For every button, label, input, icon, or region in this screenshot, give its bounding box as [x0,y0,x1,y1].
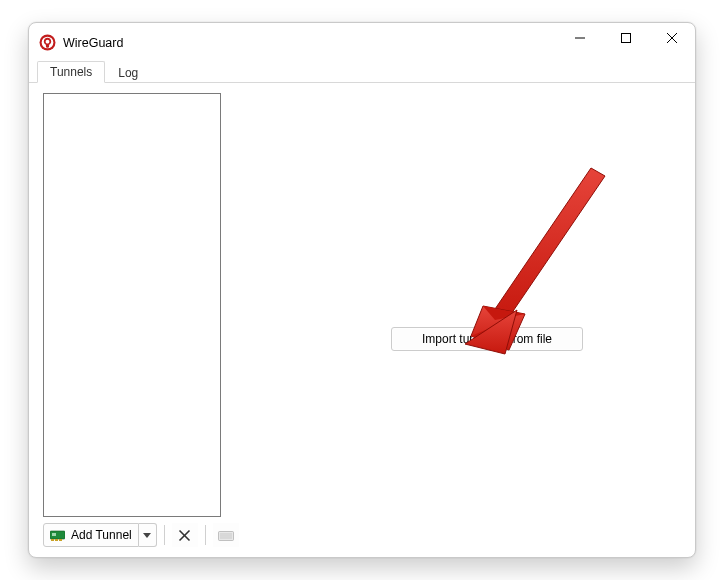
toolbar-separator [205,525,206,545]
toolbar-separator [164,525,165,545]
network-card-icon [50,530,65,541]
app-title: WireGuard [63,35,123,50]
add-tunnel-label: Add Tunnel [71,528,132,542]
maximize-button[interactable] [603,23,649,53]
tab-tunnels[interactable]: Tunnels [37,61,105,83]
remove-tunnel-button[interactable] [172,523,198,547]
wireguard-icon [39,34,56,51]
app-window: WireGuard Tunnels Log [28,22,696,558]
import-tunnels-button[interactable]: Import tunnel(s) from file [391,327,583,351]
svg-marker-19 [483,306,525,320]
tunnel-toolbar: Add Tunnel [43,523,239,547]
svg-rect-7 [51,539,54,541]
svg-rect-8 [55,539,58,541]
add-tunnel-dropdown[interactable] [139,523,157,547]
add-tunnel-button[interactable]: Add Tunnel [43,523,139,547]
minimize-button[interactable] [557,23,603,53]
svg-rect-3 [622,34,631,43]
tunnel-list[interactable] [43,93,221,517]
import-tunnels-label: Import tunnel(s) from file [422,332,552,346]
svg-rect-10 [52,533,56,536]
titlebar: WireGuard [29,23,695,61]
svg-marker-17 [493,168,605,320]
tab-bar: Tunnels Log [29,61,695,83]
export-tunnel-button[interactable] [213,523,239,547]
window-controls [557,23,695,61]
tab-log[interactable]: Log [105,62,151,83]
client-area: Add Tunnel [29,83,695,557]
close-button[interactable] [649,23,695,53]
svg-rect-9 [59,539,62,541]
